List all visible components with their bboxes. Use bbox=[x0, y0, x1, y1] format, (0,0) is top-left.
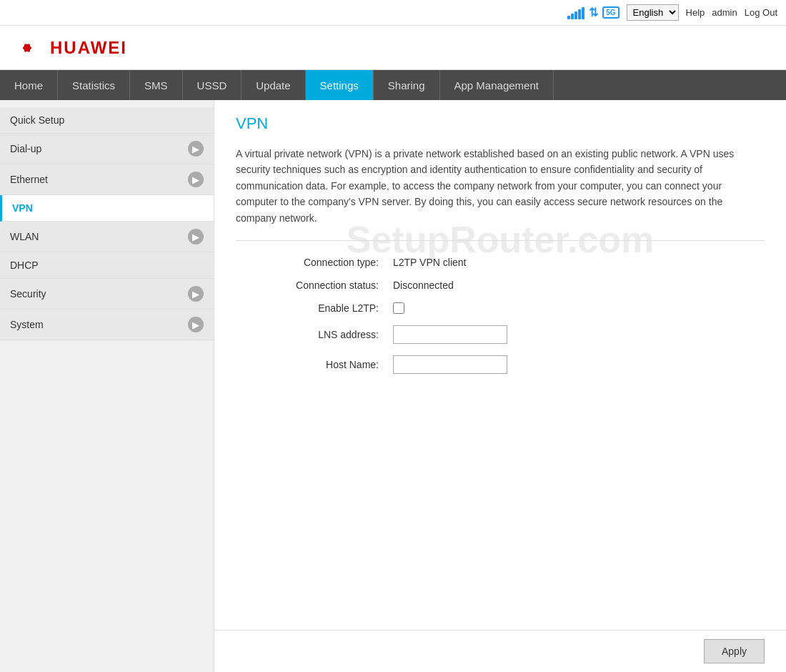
sidebar-item-label: System bbox=[10, 319, 44, 330]
content-wrapper: SetupRouter.com VPN A virtual private ne… bbox=[214, 100, 786, 672]
enable-l2tp-label: Enable L2TP: bbox=[236, 302, 393, 314]
logo-area: HUAWEI bbox=[11, 35, 127, 61]
signal-icons: ⇅ 5G bbox=[567, 6, 619, 19]
header: HUAWEI bbox=[0, 26, 786, 70]
main-nav: Home Statistics SMS USSD Update Settings… bbox=[0, 70, 786, 100]
connection-type-row: Connection type: L2TP VPN client bbox=[236, 257, 765, 268]
top-bar: ⇅ 5G English Help admin Log Out bbox=[0, 0, 786, 26]
sidebar-item-label: VPN bbox=[12, 202, 33, 214]
host-name-row: Host Name: bbox=[236, 355, 765, 374]
huawei-logo bbox=[11, 35, 43, 61]
nav-update[interactable]: Update bbox=[242, 70, 305, 100]
help-link[interactable]: Help bbox=[686, 7, 705, 18]
nav-sms[interactable]: SMS bbox=[130, 70, 183, 100]
bottom-bar: Apply bbox=[214, 630, 786, 672]
sidebar-item-label: DHCP bbox=[10, 260, 39, 271]
expand-arrow-icon: ▶ bbox=[188, 172, 204, 187]
sidebar-item-label: Dial-up bbox=[10, 143, 41, 154]
connection-status-row: Connection status: Disconnected bbox=[236, 280, 765, 291]
sidebar-item-wlan[interactable]: WLAN ▶ bbox=[0, 222, 214, 252]
nav-home[interactable]: Home bbox=[0, 70, 58, 100]
admin-link[interactable]: admin bbox=[712, 7, 737, 18]
main-layout: Quick Setup Dial-up ▶ Ethernet ▶ VPN WLA… bbox=[0, 100, 786, 672]
sidebar-item-system[interactable]: System ▶ bbox=[0, 310, 214, 340]
sidebar-item-label: Quick Setup bbox=[10, 114, 64, 126]
nav-settings[interactable]: Settings bbox=[306, 70, 374, 100]
brand-name: HUAWEI bbox=[50, 38, 127, 58]
sidebar: Quick Setup Dial-up ▶ Ethernet ▶ VPN WLA… bbox=[0, 100, 214, 672]
lns-address-input[interactable] bbox=[393, 325, 507, 344]
enable-l2tp-row: Enable L2TP: bbox=[236, 302, 765, 314]
nav-statistics[interactable]: Statistics bbox=[58, 70, 130, 100]
connection-status-label: Connection status: bbox=[236, 280, 393, 291]
expand-arrow-icon: ▶ bbox=[188, 141, 204, 157]
enable-l2tp-checkbox[interactable] bbox=[393, 302, 404, 314]
sidebar-item-dhcp[interactable]: DHCP bbox=[0, 252, 214, 279]
logout-link[interactable]: Log Out bbox=[745, 7, 777, 18]
lns-address-label: LNS address: bbox=[236, 329, 393, 340]
language-select[interactable]: English bbox=[627, 4, 679, 21]
transfer-icon: ⇅ bbox=[589, 6, 598, 19]
connection-type-value: L2TP VPN client bbox=[393, 257, 466, 268]
nav-app-management[interactable]: App Management bbox=[440, 70, 554, 100]
expand-arrow-icon: ▶ bbox=[188, 317, 204, 332]
sidebar-item-security[interactable]: Security ▶ bbox=[0, 279, 214, 310]
sidebar-item-dialup[interactable]: Dial-up ▶ bbox=[0, 134, 214, 164]
expand-arrow-icon: ▶ bbox=[188, 229, 204, 244]
nav-ussd[interactable]: USSD bbox=[183, 70, 242, 100]
content-inner: VPN A virtual private network (VPN) is a… bbox=[236, 114, 765, 380]
5g-badge: 5G bbox=[602, 6, 619, 19]
signal-bars-icon bbox=[567, 6, 584, 19]
page-title: VPN bbox=[236, 114, 765, 133]
content-area: SetupRouter.com VPN A virtual private ne… bbox=[214, 100, 786, 380]
lns-address-row: LNS address: bbox=[236, 325, 765, 344]
sidebar-item-label: WLAN bbox=[10, 231, 39, 242]
connection-type-label: Connection type: bbox=[236, 257, 393, 268]
sidebar-item-ethernet[interactable]: Ethernet ▶ bbox=[0, 164, 214, 195]
sidebar-item-quick-setup[interactable]: Quick Setup bbox=[0, 107, 214, 134]
apply-button[interactable]: Apply bbox=[704, 639, 765, 663]
host-name-label: Host Name: bbox=[236, 359, 393, 370]
vpn-description: A virtual private network (VPN) is a pri… bbox=[236, 146, 765, 241]
sidebar-item-label: Security bbox=[10, 288, 46, 300]
expand-arrow-icon: ▶ bbox=[188, 286, 204, 302]
sidebar-item-label: Ethernet bbox=[10, 174, 48, 185]
sidebar-item-vpn[interactable]: VPN bbox=[0, 195, 214, 222]
top-bar-right: ⇅ 5G English Help admin Log Out bbox=[567, 4, 777, 21]
host-name-input[interactable] bbox=[393, 355, 507, 374]
nav-sharing[interactable]: Sharing bbox=[374, 70, 440, 100]
connection-status-value: Disconnected bbox=[393, 280, 454, 291]
